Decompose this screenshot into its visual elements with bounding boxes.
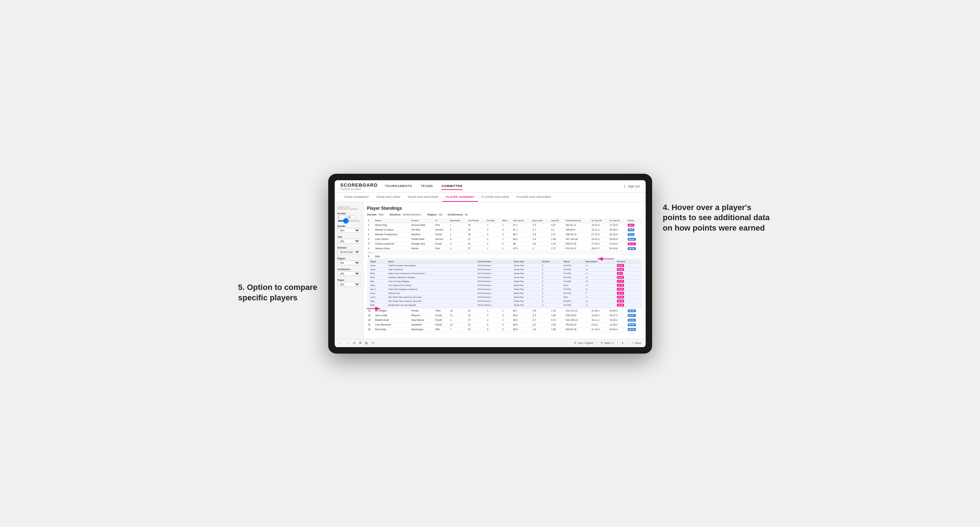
nav-committee[interactable]: COMMITTEE <box>442 183 463 190</box>
player-name[interactable]: Ian Gilligan <box>374 308 410 313</box>
tooltip-points-badge[interactable]: 16.92 <box>617 288 624 290</box>
gender-select[interactable]: Men Women <box>337 228 360 233</box>
points-badge[interactable]: 80.49 <box>628 243 636 245</box>
sub-nav-player-h2h-grid[interactable]: PLAYER H2H GRID <box>478 193 513 202</box>
table-row: 3 Michael Thorbjornsen Stanford Fourth 1… <box>367 232 642 237</box>
col-reg-rank: Reg Rank <box>449 218 467 223</box>
tooltip-content: PlayerEventEvent DivisionEvent TypeRound… <box>367 259 642 308</box>
tooltip-points-badge[interactable]: 46.7 <box>617 272 623 275</box>
sidebar: Update time: 27/01/2024 16:56:26 No Rds.… <box>335 202 363 339</box>
player-name[interactable]: Michael La Sasso <box>374 227 410 232</box>
tooltip-points-badge[interactable]: 37.57 <box>617 280 624 283</box>
annotation-left: 5. Option to compare specific players <box>238 283 321 303</box>
view-original-btn[interactable]: 👁 View: Original <box>574 342 593 344</box>
points-badge[interactable]: 68.18 <box>628 247 636 250</box>
back-btn[interactable]: ← <box>339 341 342 345</box>
player-filter: Player (All) <box>337 279 360 287</box>
points-badge[interactable]: 60.27 <box>628 314 636 317</box>
tooltip-table: PlayerEventEvent DivisionEvent TypeRound… <box>369 260 640 307</box>
download-btn[interactable]: ⬇ <box>622 342 624 344</box>
player-name[interactable]: Petr Hruby <box>374 327 410 332</box>
nav-tournaments[interactable]: TOURNAMENTS <box>385 183 412 190</box>
table-row: 24 Bastien Amat New Mexico Fourth 1 27 2… <box>367 317 642 322</box>
clock-btn[interactable]: ⏱ <box>371 341 375 345</box>
gender-filter: Gender Men Women <box>337 225 360 233</box>
player-name[interactable]: Jack Lundin <box>374 313 410 317</box>
logo-area: SCOREBOARD Powered by clippd <box>340 183 378 190</box>
logo-sub: Powered by clippd <box>340 188 378 190</box>
points-badge[interactable]: 60.02 <box>628 319 636 322</box>
nav-teams[interactable]: TEAMS <box>421 183 433 190</box>
table-row: 6 Jackson Koivu Auburn First 2 27 1 1 67… <box>367 246 642 251</box>
filter-gender: Gender: Men <box>367 213 384 216</box>
tablet-frame: SCOREBOARD Powered by clippd TOURNAMENTS… <box>328 174 652 354</box>
player-name[interactable]: Michael Thorbjornsen <box>374 232 410 237</box>
clock-icon: ⏱ <box>371 341 375 345</box>
share-btn[interactable]: ↗ Share <box>631 342 641 344</box>
view-icon: 👁 <box>574 342 577 344</box>
tooltip-points-badge[interactable]: 30.47 <box>617 292 624 295</box>
sub-nav-player-h2h-heatmap[interactable]: PLAYER H2H HEATMAP <box>513 193 555 202</box>
points-badge[interactable]: 68.2 <box>628 224 635 227</box>
sub-nav-team-summary[interactable]: TEAM SUMMARY <box>340 193 373 202</box>
player-name[interactable]: Cole Sherwood <box>374 322 410 327</box>
table-row: 26 Petr Hruby Washington Fifth 7 23 0 0 … <box>367 327 642 332</box>
points-badge[interactable]: 68.34 <box>628 238 636 241</box>
col-no-rds: No Rds. <box>486 218 501 223</box>
player-name[interactable]: Wenyi Ding <box>374 223 410 227</box>
watch-btn[interactable]: 👁 Watch ▾ <box>601 342 614 344</box>
download-icon: ⬇ <box>622 342 624 344</box>
player-name[interactable]: Luke Clanton <box>374 237 410 241</box>
col-wins: Wins <box>501 218 512 223</box>
watch-icon: 👁 <box>601 342 603 344</box>
points-badge[interactable]: 59.95 <box>628 324 636 326</box>
update-time: Update time: 27/01/2024 16:56:26 <box>337 206 360 210</box>
division-select[interactable]: NCAA Division I <box>337 250 360 254</box>
col-avg-sg: Avg SG <box>550 218 564 223</box>
sub-nav: TEAM SUMMARY TEAM H2H GRID TEAM H2H HEAT… <box>335 193 646 202</box>
reset-btn[interactable]: ↺ <box>353 341 356 345</box>
tooltip-data-row: Tiger SEC Stroke Play hosted by Jerry Pa… <box>369 299 640 303</box>
player-name[interactable]: Jackson Koivu <box>374 246 410 251</box>
player-name[interactable]: Bastien Amat <box>374 317 410 322</box>
sub-nav-player-summary[interactable]: PLAYER SUMMARY <box>442 193 478 202</box>
conference-select[interactable]: (All) <box>337 271 360 276</box>
division-filter: Division NCAA Division I <box>337 246 360 254</box>
tooltip-points-badge[interactable]: 50.64 <box>617 264 624 267</box>
col-school: School <box>410 218 434 223</box>
tooltip-points-badge[interactable]: 53.03 <box>617 276 624 279</box>
points-badge[interactable]: 58.49 <box>628 328 636 331</box>
copy-icon: ⧉ <box>359 341 361 345</box>
annotation-right: 4. Hover over a player's points to see a… <box>663 203 771 233</box>
points-badge[interactable]: 70.2 <box>628 233 635 236</box>
table-row: 22 Ian Gilligan Florida Third 10 24 1 1 … <box>367 308 642 313</box>
layout-btn[interactable]: ⊞ <box>365 341 368 345</box>
year-select[interactable]: (All) <box>337 239 360 243</box>
sub-nav-team-h2h-heatmap[interactable]: TEAM H2H HEATMAP <box>404 193 442 202</box>
tooltip-points-badge[interactable]: 66.40 <box>617 303 624 306</box>
tooltip-points-badge[interactable]: 25.38 <box>617 296 624 298</box>
table-row: 4 Luke Clanton Florida State Second 5 27… <box>367 237 642 241</box>
col-avg-par: Avg to-Par <box>531 218 550 223</box>
col-conf-rank: Conf Rank <box>467 218 486 223</box>
tooltip-data-row: David Williams Cup NCAA Division I Match… <box>369 291 640 295</box>
region-select[interactable]: N/A <box>337 260 360 265</box>
player-name[interactable]: Christo Lamprecht <box>374 241 410 246</box>
copy-btn[interactable]: ⧉ <box>359 341 361 345</box>
table-row: 5 Christo Lamprecht Georgia Tech Fourth … <box>367 241 642 246</box>
sub-nav-team-h2h-grid[interactable]: TEAM H2H GRID <box>372 193 404 202</box>
tooltip-data-row: Brent Wake Forest Invitational at Pinehu… <box>369 271 640 275</box>
player-select[interactable]: (All) <box>337 282 360 287</box>
no-rds-slider[interactable] <box>337 220 360 222</box>
player-name[interactable]: Mats <box>374 254 410 258</box>
table-row: 2 Michael La Sasso Ole Miss Second 1 18 … <box>367 227 642 232</box>
points-badge[interactable]: 76.3 <box>628 229 635 231</box>
points-badge[interactable]: 60.58 <box>628 310 636 312</box>
filter-row: Gender: Men Division: NCAA Division I Re… <box>367 213 642 216</box>
sign-out-link[interactable]: Sign out <box>628 184 640 188</box>
tooltip-points-badge[interactable]: 24.11 <box>617 284 624 287</box>
tooltip-points-badge[interactable]: 53.60 <box>617 268 624 271</box>
divider-cell: Niche <box>367 251 642 254</box>
tooltip-points-badge[interactable]: 56.18 <box>617 300 624 303</box>
forward-btn[interactable]: → <box>346 341 349 345</box>
